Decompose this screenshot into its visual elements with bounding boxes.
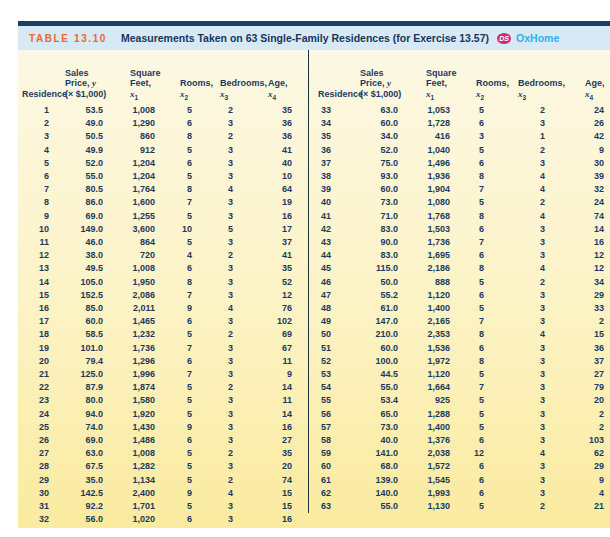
- cell-square-feet: 2,011: [106, 302, 158, 315]
- cell-residence: 48: [309, 302, 353, 315]
- cell-bedrooms: 3: [204, 355, 250, 368]
- cell-sales-price: 75.0: [353, 157, 400, 170]
- cell-age: 32: [553, 183, 608, 196]
- cell-rooms: 5: [158, 408, 204, 421]
- cell-square-feet: 1,400: [400, 302, 452, 315]
- cell-age: 11: [250, 355, 308, 368]
- cell-bedrooms: 2: [204, 474, 250, 487]
- col-header-bedrooms: Bedrooms,x3: [204, 50, 250, 104]
- cell-bedrooms: 3: [498, 342, 553, 355]
- cell-age: 27: [250, 434, 308, 447]
- residences-table-right: ResidenceSalesPrice, y(× $1,000)SquareFe…: [309, 50, 608, 513]
- cell-square-feet: 1,572: [400, 460, 452, 473]
- cell-rooms: 5: [452, 276, 498, 289]
- cell-square-feet: 1,936: [400, 170, 452, 183]
- cell-residence: 51: [309, 342, 353, 355]
- cell-rooms: 7: [158, 368, 204, 381]
- cell-square-feet: 864: [106, 236, 158, 249]
- cell-rooms: 5: [452, 408, 498, 421]
- cell-age: 26: [553, 117, 608, 130]
- cell-square-feet: 1,580: [106, 394, 158, 407]
- table-row: 1858.51,2325269: [18, 328, 308, 341]
- cell-rooms: 5: [158, 144, 204, 157]
- cell-residence: 4: [18, 144, 60, 157]
- cell-residence: 20: [18, 355, 60, 368]
- cell-residence: 44: [309, 249, 353, 262]
- cell-bedrooms: 3: [204, 170, 250, 183]
- cell-residence: 29: [18, 474, 60, 487]
- cell-bedrooms: 2: [204, 249, 250, 262]
- cell-residence: 3: [18, 130, 60, 143]
- cell-square-feet: 925: [400, 394, 452, 407]
- col-header-age: Age,x4: [553, 50, 608, 104]
- cell-bedrooms: 3: [498, 315, 553, 328]
- cell-age: 16: [250, 421, 308, 434]
- table-row: 2763.01,0085235: [18, 447, 308, 460]
- cell-bedrooms: 3: [498, 249, 553, 262]
- table-right-half: ResidenceSalesPrice, y(× $1,000)SquareFe…: [308, 50, 608, 513]
- cell-age: 64: [250, 183, 308, 196]
- cell-residence: 21: [18, 368, 60, 381]
- cell-square-feet: 1,376: [400, 434, 452, 447]
- cell-square-feet: 1,120: [400, 289, 452, 302]
- table-row: 2494.01,9205314: [18, 408, 308, 421]
- cell-sales-price: 63.0: [60, 447, 106, 460]
- table-row: 3960.01,9047432: [309, 183, 608, 196]
- cell-square-feet: 1,950: [106, 276, 158, 289]
- cell-sales-price: 55.2: [353, 289, 400, 302]
- cell-sales-price: 105.0: [60, 276, 106, 289]
- cell-square-feet: 1,904: [400, 183, 452, 196]
- cell-bedrooms: 3: [204, 513, 250, 526]
- dataset-link-oxhome[interactable]: OxHome: [516, 32, 559, 44]
- cell-square-feet: 1,664: [400, 381, 452, 394]
- cell-rooms: 6: [158, 157, 204, 170]
- cell-residence: 25: [18, 421, 60, 434]
- cell-square-feet: 2,353: [400, 328, 452, 341]
- cell-age: 14: [553, 223, 608, 236]
- table-row: 3775.01,4966330: [309, 157, 608, 170]
- table-row: 655.01,2045310: [18, 170, 308, 183]
- col-header-sales-price: SalesPrice, y(× $1,000): [353, 50, 400, 104]
- cell-rooms: 5: [452, 421, 498, 434]
- cell-square-feet: 1,130: [400, 500, 452, 513]
- cell-square-feet: 1,008: [106, 104, 158, 117]
- cell-rooms: 3: [452, 130, 498, 143]
- col-header-rooms: Rooms,x2: [452, 50, 498, 104]
- cell-bedrooms: 3: [204, 144, 250, 157]
- cell-age: 67: [250, 342, 308, 355]
- cell-age: 30: [553, 157, 608, 170]
- cell-residence: 38: [309, 170, 353, 183]
- table-row: 5160.01,5366336: [309, 342, 608, 355]
- cell-age: 102: [250, 315, 308, 328]
- cell-sales-price: 49.9: [60, 144, 106, 157]
- table-row: 3363.01,0535224: [309, 104, 608, 117]
- cell-sales-price: 92.2: [60, 500, 106, 513]
- cell-bedrooms: 4: [498, 262, 553, 275]
- table-row: 4283.01,5036314: [309, 223, 608, 236]
- cell-sales-price: 61.0: [353, 302, 400, 315]
- table-row: 3534.04163142: [309, 130, 608, 143]
- cell-age: 37: [250, 236, 308, 249]
- cell-bedrooms: 4: [204, 302, 250, 315]
- cell-rooms: 6: [452, 157, 498, 170]
- cell-rooms: 5: [158, 447, 204, 460]
- table-row: 14105.01,9508352: [18, 276, 308, 289]
- cell-rooms: 5: [452, 500, 498, 513]
- cell-bedrooms: 1: [498, 130, 553, 143]
- cell-sales-price: 93.0: [353, 170, 400, 183]
- col-header-square-feet: SquareFeet,x1: [106, 50, 158, 104]
- cell-age: 16: [553, 236, 608, 249]
- ds-data-icon: DS: [497, 33, 511, 44]
- cell-sales-price: 94.0: [60, 408, 106, 421]
- cell-sales-price: 140.0: [353, 487, 400, 500]
- cell-bedrooms: 3: [204, 117, 250, 130]
- cell-age: 35: [250, 262, 308, 275]
- cell-square-feet: 2,400: [106, 487, 158, 500]
- cell-bedrooms: 3: [204, 434, 250, 447]
- cell-age: 74: [553, 210, 608, 223]
- cell-rooms: 5: [158, 394, 204, 407]
- cell-sales-price: 50.5: [60, 130, 106, 143]
- table-row: 153.51,0085235: [18, 104, 308, 117]
- cell-sales-price: 53.5: [60, 104, 106, 117]
- cell-sales-price: 60.0: [353, 117, 400, 130]
